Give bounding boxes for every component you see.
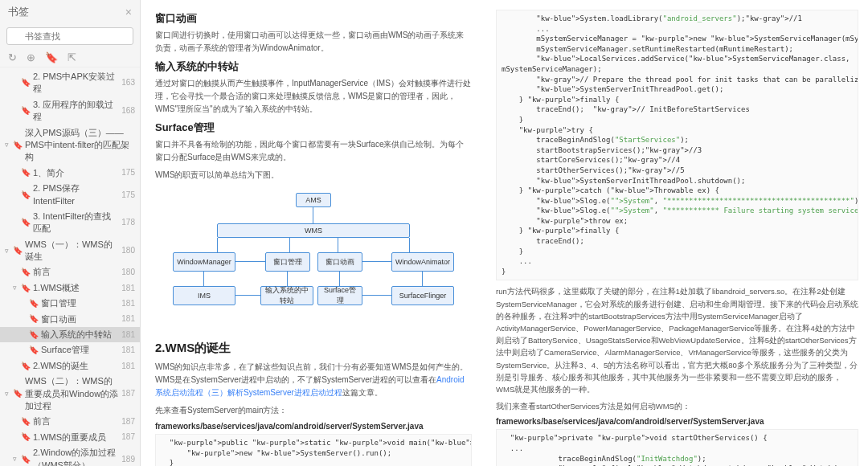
section-wms-birth-body: WMS的知识点非常多，在了解这些知识点前，我们十分有必要知道WMS是如何产生的。… — [155, 361, 472, 399]
toc-label: 前言 — [33, 266, 118, 278]
bookmark-icon: 🔖 — [13, 140, 23, 151]
toc-item[interactable]: 🔖输入系统的中转站181 — [0, 327, 140, 342]
bookmark-icon: 🔖 — [13, 388, 23, 399]
toc-page-number: 168 — [121, 105, 135, 117]
sidebar-header: 书签 × — [0, 0, 140, 24]
toc-page-number: 180 — [121, 245, 135, 256]
toc-item[interactable]: 🔖1、简介175 — [0, 166, 140, 181]
toc-label: 1.WMS的重要成员 — [33, 431, 118, 444]
toc-label: 前言 — [33, 415, 118, 427]
toc-page-number: 175 — [121, 167, 135, 178]
table-of-contents[interactable]: 🔖2. PMS中APK安装过程163🔖3. 应用程序的卸载过程168▿🔖深入PM… — [0, 67, 140, 466]
section-surface-sub: WMS的职责可以简单总结为下图。 — [155, 169, 472, 182]
toc-label: 1.WMS概述 — [33, 282, 118, 294]
run-method-explain: run方法代码很多，这里截取了关键的部分，在注释1处加载了libandroid_… — [496, 285, 858, 395]
bookmark-icon: 🔖 — [21, 361, 31, 372]
section-wms-birth-title: 2.WMS的诞生 — [155, 341, 472, 356]
bookmark-icon: 🔖 — [13, 245, 23, 256]
search-input[interactable] — [6, 27, 133, 45]
bookmark-icon: 🔖 — [21, 267, 31, 278]
toc-page-number: 187 — [121, 431, 135, 443]
toc-page-number: 189 — [121, 454, 135, 465]
diagram-box-ams: AMS — [296, 193, 331, 207]
diagram-box-windowmanager: WindowManager — [173, 252, 235, 272]
code-block-main: "kw-purple">public "kw-purple">static "k… — [155, 434, 472, 466]
section-surface-title: Surface管理 — [155, 121, 472, 135]
bookmark-icon: 🔖 — [29, 313, 39, 325]
toc-page-number: 181 — [121, 283, 135, 294]
toc-item[interactable]: ▿🔖WMS（一）：WMS的诞生180 — [0, 237, 140, 265]
toc-item[interactable]: ▿🔖WMS（二）：WMS的重要成员和Window的添加过程187 — [0, 374, 140, 414]
toc-item[interactable]: 🔖2. PMS中APK安装过程163 — [0, 69, 140, 97]
section-window-animation-body: 窗口间进行切换时，使用窗口动画可以达得更炫一些，窗口动画由WMS的动画子系统来负… — [155, 29, 472, 55]
toolbar-icon-2[interactable]: ⊕ — [27, 51, 35, 63]
toc-item[interactable]: ▿🔖1.WMS概述181 — [0, 280, 140, 296]
bookmark-icon: 🔖 — [21, 283, 31, 294]
bookmark-icon: 🔖 — [21, 217, 31, 228]
toolbar-icon-4[interactable]: ⇱ — [68, 51, 76, 63]
toc-page-number: 180 — [121, 267, 135, 278]
toc-label: 2.WMS的诞生 — [33, 360, 118, 372]
toc-label: Surface管理 — [41, 344, 118, 356]
bookmark-icon: 🔖 — [21, 190, 31, 201]
bookmark-icon: 🔖 — [29, 345, 39, 356]
toc-item[interactable]: ▿🔖2.Window的添加过程（WMS部分）189 — [0, 445, 140, 466]
toc-page-number: 181 — [121, 361, 135, 372]
content-left-column: 窗口动画 窗口间进行切换时，使用窗口动画可以达得更炫一些，窗口动画由WMS的动画… — [141, 0, 486, 466]
toc-arrow-icon: ▿ — [5, 140, 13, 150]
toc-item[interactable]: 🔖窗口管理181 — [0, 296, 140, 311]
toc-page-number: 175 — [121, 190, 135, 201]
diagram-box-surfaceflinger: SurfaceFlinger — [391, 286, 454, 305]
close-icon[interactable]: × — [125, 6, 132, 18]
toc-item[interactable]: 🔖2. PMS保存IntentFilter175 — [0, 181, 140, 209]
toc-arrow-icon: ▿ — [5, 389, 13, 399]
toc-item[interactable]: 🔖前言180 — [0, 264, 140, 280]
diagram-box-windowanimator: WindowAnimator — [391, 252, 454, 272]
toolbar-icon-3[interactable]: 🔖 — [45, 51, 58, 63]
toc-page-number: 181 — [121, 329, 135, 341]
bookmark-icon: 🔖 — [29, 329, 39, 341]
toc-label: 窗口动画 — [41, 313, 118, 325]
toc-item[interactable]: 🔖3. IntentFilter的查找匹配178 — [0, 209, 140, 237]
toc-arrow-icon: ▿ — [13, 454, 21, 464]
toc-arrow-icon: ▿ — [5, 246, 13, 256]
toc-page-number: 187 — [121, 416, 135, 427]
sidebar-toolbar: ↻ ⊕ 🔖 ⇱ — [0, 48, 140, 67]
sidebar: 书签 × 🔍 ↻ ⊕ 🔖 ⇱ 🔖2. PMS中APK安装过程163🔖3. 应用程… — [0, 0, 141, 466]
toc-page-number: 163 — [121, 77, 135, 88]
wms-diagram: AMS WMS WindowManager 窗口管理 窗口动画 WindowAn… — [169, 193, 458, 329]
section-wms-birth-body3: 先来查看SystemServer的main方法： — [155, 404, 472, 417]
content-right-column: "kw-blue">System.loadLibrary("android_se… — [486, 0, 868, 466]
toc-item[interactable]: 🔖3. 应用程序的卸载过程168 — [0, 97, 140, 125]
bookmark-icon: 🔖 — [29, 298, 39, 309]
diagram-box-winanim: 窗口动画 — [317, 252, 362, 272]
toc-item[interactable]: ▿🔖深入PMS源码（三）—— PMS中intent-filter的匹配架构 — [0, 125, 140, 166]
toc-label: 深入PMS源码（三）—— PMS中intent-filter的匹配架构 — [25, 127, 132, 164]
toc-item[interactable]: 🔖前言187 — [0, 414, 140, 429]
toc-item[interactable]: 🔖窗口动画181 — [0, 312, 140, 327]
code-path-3: frameworks/base/services/java/com/androi… — [496, 417, 858, 426]
section-input-relay-title: 输入系统的中转站 — [155, 59, 472, 74]
bookmark-icon: 🔖 — [21, 416, 31, 427]
diagram-box-wms: WMS — [217, 223, 410, 238]
toc-page-number: 187 — [121, 388, 135, 399]
section-input-relay-body: 通过对窗口的触摸从而产生触摸事件，InputManagerService（IMS… — [155, 77, 472, 116]
toc-page-number: 181 — [121, 313, 135, 325]
sidebar-title: 书签 — [8, 5, 29, 19]
toc-item[interactable]: 🔖2.WMS的诞生181 — [0, 358, 140, 374]
toc-label: WMS（一）：WMS的诞生 — [25, 239, 118, 264]
toc-label: 1、简介 — [33, 167, 118, 179]
toolbar-icon-1[interactable]: ↻ — [8, 51, 17, 63]
toc-label: 输入系统的中转站 — [41, 329, 118, 341]
code-path-1: frameworks/base/services/java/com/androi… — [155, 422, 472, 431]
diagram-box-surface-mgmt: Surface管理 — [317, 286, 362, 305]
diagram-box-input-relay: 输入系统的中转站 — [260, 286, 313, 305]
toc-page-number: 181 — [121, 298, 135, 309]
toc-item[interactable]: 🔖1.WMS的重要成员187 — [0, 430, 140, 445]
toc-item[interactable]: 🔖Surface管理181 — [0, 342, 140, 358]
toc-page-number: 181 — [121, 345, 135, 356]
bookmark-icon: 🔖 — [21, 77, 31, 88]
bookmark-icon: 🔖 — [21, 431, 31, 443]
section-surface-body: 窗口并不具备有绘制的功能，因此每个窗口都需要有一块Surface来供自己绘制。为… — [155, 138, 472, 164]
code-block-startotherservices: "kw-purple">private "kw-purple">void sta… — [496, 429, 858, 466]
